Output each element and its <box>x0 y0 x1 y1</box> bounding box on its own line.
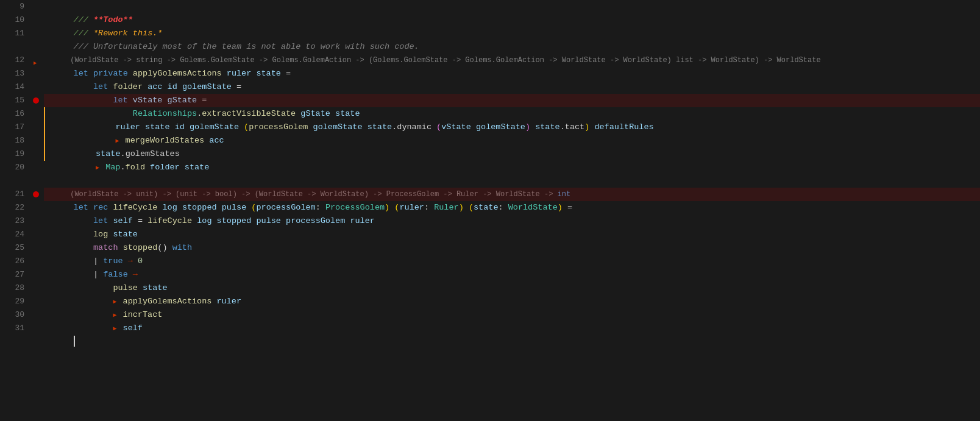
line-19: ▶ Map.fold folder state <box>44 147 980 161</box>
type-sig-1: (WorldState -> string -> Golems.GolemSta… <box>44 40 980 54</box>
line-26: | false → <box>44 255 980 268</box>
gutter: ▶ <box>32 0 41 421</box>
line-30: ▶ self <box>44 308 980 322</box>
line-21: let rec lifeCycle log stopped pulse (pro… <box>44 188 980 201</box>
line-15: Relationships.extractVisibleState gState… <box>44 94 980 107</box>
line-11: /// Unfortunately most of the team is no… <box>44 27 980 40</box>
type-sig-2: (WorldState -> unit) -> (unit -> bool) -… <box>44 174 980 188</box>
line-17: ▶ mergeWorldStates acc <box>44 121 980 134</box>
code-editor: 9 10 11 12 13 14 15 16 17 18 19 20 21 22… <box>0 0 980 421</box>
line-numbers: 9 10 11 12 13 14 15 16 17 18 19 20 21 22… <box>0 0 32 421</box>
line-10: /// *Rework this.* <box>44 13 980 27</box>
line-24: match stopped() with <box>44 228 980 241</box>
line-25: | true → 0 <box>44 241 980 255</box>
line-13: let folder acc id golemState = <box>44 67 980 80</box>
line-29: ▶ incrTact <box>44 295 980 308</box>
line-18: state.golemStates <box>44 134 980 147</box>
line-31 <box>44 322 980 335</box>
line-22: let self = lifeCycle log stopped pulse p… <box>44 201 980 214</box>
line-20 <box>44 161 980 174</box>
line-16: ruler state id golemState (processGolem … <box>44 107 980 121</box>
line-28: ▶ applyGolemsActions ruler <box>44 281 980 295</box>
line-14: let vState gState = <box>44 80 980 94</box>
line-27: pulse state <box>44 268 980 281</box>
line-9: /// **Todo** <box>44 0 980 13</box>
line-23: log state <box>44 214 980 228</box>
code-content: /// **Todo** /// *Rework this.* /// Unfo… <box>41 0 980 421</box>
line-12: let private applyGolemsActions ruler sta… <box>44 54 980 67</box>
